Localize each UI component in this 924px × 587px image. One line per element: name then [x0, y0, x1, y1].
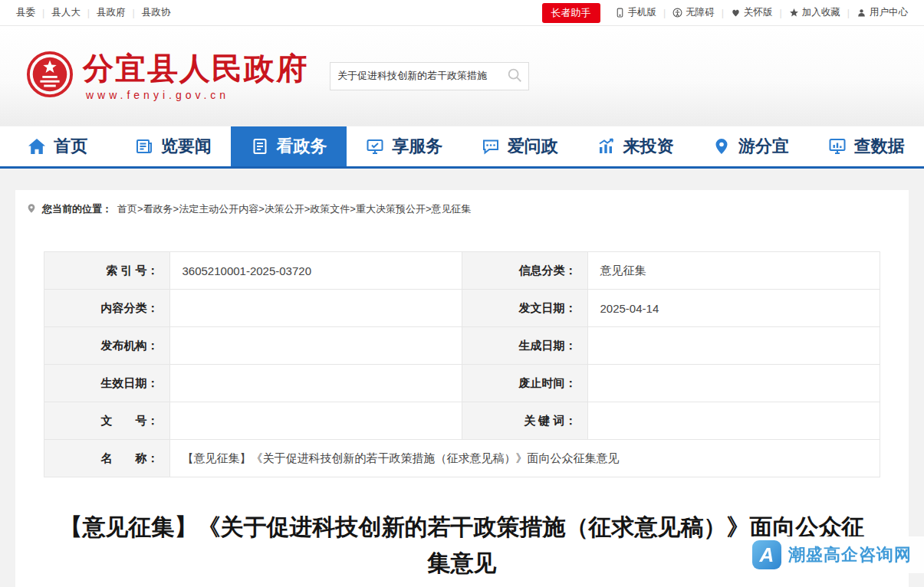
star-icon	[789, 8, 799, 18]
location-pin-icon	[26, 203, 37, 216]
watermark-text: 潮盛高企咨询网	[788, 543, 912, 566]
table-row: 内容分类： 发文日期： 2025-04-14	[44, 290, 880, 327]
table-row: 名 称： 【意见征集】《关于促进科技创新的若干政策措施（征求意见稿）》面向公众征…	[44, 440, 880, 477]
field-value-keywords	[587, 402, 880, 440]
gov-doc-icon	[251, 137, 269, 156]
breadcrumb: 您当前的位置： 首页>看政务>法定主动公开内容>决策公开>政策文件>重大决策预公…	[15, 190, 909, 224]
table-row: 生效日期： 废止时间：	[44, 365, 880, 402]
nav-item-services[interactable]: 享服务	[347, 126, 462, 166]
field-value-effective-date	[169, 365, 462, 402]
care-icon	[731, 8, 741, 18]
field-label-content-category: 内容分类：	[44, 290, 170, 327]
mobile-icon	[615, 8, 625, 18]
nav-item-label: 查数据	[854, 135, 905, 158]
nav-item-ask[interactable]: 爱问政	[462, 126, 578, 166]
news-icon	[135, 137, 153, 156]
topbar-link-care[interactable]: 关怀版	[724, 6, 780, 19]
field-value-doc-number	[169, 402, 462, 440]
topbar-link-label: 手机版	[628, 6, 657, 19]
main-navigation: 首页 览要闻 看政务 享服务 爱问政 来投资 游分宜	[0, 126, 924, 169]
field-value-index-number: 3605210001-2025-03720	[169, 252, 462, 290]
search-input[interactable]	[330, 71, 501, 82]
nav-item-label: 览要闻	[161, 135, 212, 158]
user-icon	[857, 8, 866, 18]
field-value-info-category: 意见征集	[587, 252, 880, 290]
site-title: 分宜县人民政府	[83, 51, 308, 85]
field-label-info-category: 信息分类：	[462, 252, 588, 290]
home-icon	[28, 137, 46, 156]
info-table-wrap: 索 引 号： 3605210001-2025-03720 信息分类： 意见征集 …	[15, 224, 909, 477]
elder-assist-button[interactable]: 长者助手	[542, 3, 600, 23]
topbar-left-links: 县委 | 县人大 | 县政府 | 县政协	[9, 6, 177, 19]
chat-icon	[482, 137, 500, 156]
field-label-keywords: 关 键 词：	[462, 402, 588, 440]
site-title-block: 分宜县人民政府 www.fenyi.gov.cn	[83, 51, 308, 101]
accessibility-icon	[672, 8, 682, 18]
topbar-link-xianzhengfu[interactable]: 县政府	[90, 6, 133, 19]
field-label-effective-date: 生效日期：	[44, 365, 170, 402]
topbar-link-label: 无障碍	[686, 6, 715, 19]
field-label-issue-date: 发文日期：	[462, 290, 588, 327]
nav-item-label: 首页	[54, 135, 87, 158]
nav-item-label: 来投资	[623, 135, 673, 158]
watermark-logo-icon: A	[752, 540, 781, 569]
table-row: 发布机构： 生成日期：	[44, 327, 880, 365]
breadcrumb-path[interactable]: 首页>看政务>法定主动公开内容>决策公开>政策文件>重大决策预公开>意见征集	[117, 202, 472, 216]
top-utility-bar: 县委 | 县人大 | 县政府 | 县政协 长者助手 手机版 | 无障碍 | 关怀…	[0, 0, 924, 26]
topbar-right-links: 长者助手 手机版 | 无障碍 | 关怀版 | 加入收藏	[542, 3, 916, 23]
site-header: 分宜县人民政府 www.fenyi.gov.cn	[0, 26, 924, 126]
breadcrumb-prefix: 您当前的位置：	[42, 202, 112, 216]
field-label-publisher: 发布机构：	[44, 327, 170, 365]
topbar-link-mobile[interactable]: 手机版	[608, 6, 664, 19]
field-value-expiry-date	[587, 365, 880, 402]
field-value-issue-date: 2025-04-14	[587, 290, 880, 327]
topbar-link-accessibility[interactable]: 无障碍	[666, 6, 722, 19]
site-search-box	[330, 62, 529, 90]
service-monitor-icon	[366, 137, 384, 156]
nav-item-label: 爱问政	[508, 135, 558, 158]
nav-item-travel[interactable]: 游分宜	[693, 126, 809, 166]
data-chart-icon	[828, 137, 847, 156]
topbar-link-user-center[interactable]: 用户中心	[850, 6, 915, 19]
field-label-index-number: 索 引 号：	[44, 252, 170, 290]
page-content: 您当前的位置： 首页>看政务>法定主动公开内容>决策公开>政策文件>重大决策预公…	[0, 169, 924, 587]
nav-item-government[interactable]: 看政务	[231, 126, 347, 166]
map-pin-icon	[712, 137, 731, 156]
topbar-link-label: 加入收藏	[802, 6, 840, 19]
nav-item-label: 看政务	[277, 135, 327, 158]
field-label-name: 名 称：	[44, 440, 170, 477]
watermark-badge: A 潮盛高企咨询网	[745, 536, 924, 573]
field-label-generate-date: 生成日期：	[462, 327, 588, 365]
topbar-link-label: 用户中心	[870, 6, 908, 19]
site-url: www.fenyi.gov.cn	[83, 89, 308, 101]
topbar-link-label: 关怀版	[744, 6, 773, 19]
field-value-content-category	[169, 290, 462, 327]
field-value-publisher	[169, 327, 462, 365]
field-value-generate-date	[587, 327, 880, 365]
nav-item-label: 游分宜	[738, 135, 789, 158]
topbar-link-xianwei[interactable]: 县委	[9, 6, 42, 19]
invest-chart-icon	[597, 137, 615, 156]
field-label-doc-number: 文 号：	[44, 402, 170, 440]
table-row: 索 引 号： 3605210001-2025-03720 信息分类： 意见征集	[44, 252, 880, 290]
search-button[interactable]	[501, 63, 528, 90]
national-emblem-icon	[26, 51, 74, 101]
nav-item-invest[interactable]: 来投资	[577, 126, 693, 166]
topbar-link-xianrenda[interactable]: 县人大	[44, 6, 87, 19]
topbar-link-favorite[interactable]: 加入收藏	[782, 6, 847, 19]
nav-item-data[interactable]: 查数据	[808, 126, 924, 166]
document-info-table: 索 引 号： 3605210001-2025-03720 信息分类： 意见征集 …	[44, 251, 880, 477]
table-row: 文 号： 关 键 词：	[44, 402, 880, 440]
content-panel: 您当前的位置： 首页>看政务>法定主动公开内容>决策公开>政策文件>重大决策预公…	[15, 190, 909, 587]
nav-item-label: 享服务	[392, 135, 442, 158]
field-value-name: 【意见征集】《关于促进科技创新的若干政策措施（征求意见稿）》面向公众征集意见	[169, 440, 880, 477]
topbar-link-xianzhengxie[interactable]: 县政协	[135, 6, 178, 19]
site-logo-area[interactable]: 分宜县人民政府 www.fenyi.gov.cn	[26, 51, 308, 101]
search-icon	[506, 67, 523, 86]
nav-item-home[interactable]: 首页	[0, 126, 116, 166]
field-label-expiry-date: 废止时间：	[462, 365, 588, 402]
nav-item-news[interactable]: 览要闻	[116, 126, 232, 166]
